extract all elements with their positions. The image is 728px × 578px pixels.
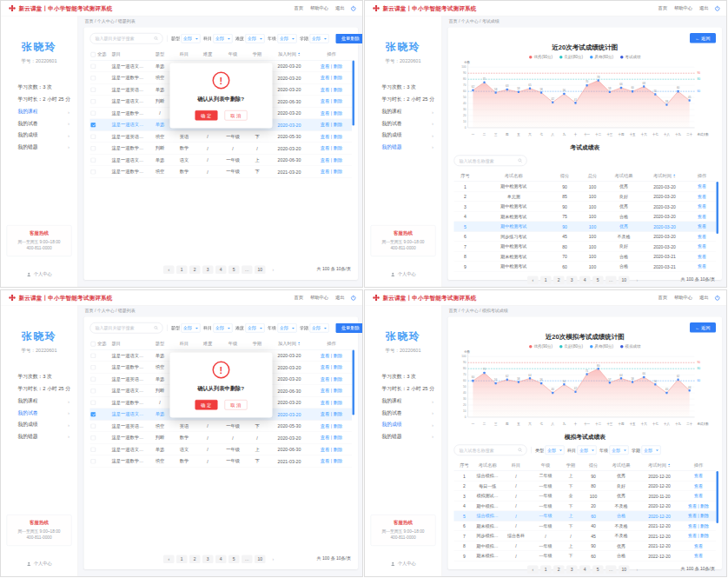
table-row[interactable]: 2 单元测 85 100 良好 2020-03-20 查看 xyxy=(454,192,717,203)
table-row[interactable]: 3 期中检测考试 90 100 优秀 2020-03-20 查看 xyxy=(454,202,717,212)
page-button[interactable]: 2 xyxy=(189,265,201,274)
page-button[interactable]: 5 xyxy=(592,276,604,284)
page-button[interactable]: ‹ xyxy=(163,555,175,563)
sidebar-menu-item[interactable]: 我的成绩› xyxy=(373,130,433,142)
table-row[interactable]: 这是一道英语听力训练题 填空 英语 / 一年级 下 2020-05-30 查看 … xyxy=(90,131,353,143)
row-checkbox[interactable] xyxy=(91,76,96,81)
row-actions[interactable]: 查看 | 删除 xyxy=(311,400,352,406)
page-button[interactable]: 5 xyxy=(592,565,604,574)
page-button[interactable]: 4 xyxy=(215,555,227,563)
row-actions[interactable]: 查看 xyxy=(688,214,716,220)
filter-select[interactable]: 全部 xyxy=(610,446,629,455)
page-button[interactable]: 10 xyxy=(255,555,266,563)
table-row[interactable]: 8 期末检测考试 70 100 合格 2020-03-21 查看 xyxy=(454,252,717,262)
power-icon[interactable] xyxy=(715,295,721,301)
row-actions[interactable]: 查看 | 删除 xyxy=(311,110,352,116)
sidebar-menu-item[interactable]: 我的成绩› xyxy=(9,130,69,142)
table-row[interactable]: 6 同步练习考试 45 100 不及格 2020-03-20 查看 xyxy=(454,232,717,242)
row-actions[interactable]: 查看 | 删除 xyxy=(311,157,352,163)
table-row[interactable]: 7 期中检测考试 80 100 良好 2020-03-20 查看 xyxy=(454,242,717,252)
row-actions[interactable]: 查看 xyxy=(681,483,716,489)
row-actions[interactable]: 查看 xyxy=(681,473,716,479)
nav-link[interactable]: 退出 xyxy=(699,5,709,11)
column-header-sortable[interactable]: 考试时间 xyxy=(638,462,681,468)
back-button[interactable]: ← 返回 xyxy=(690,33,716,43)
sidebar-menu-item[interactable]: 我的错题› xyxy=(373,141,433,153)
row-checkbox[interactable] xyxy=(91,435,96,441)
row-checkbox[interactable] xyxy=(91,389,96,394)
sidebar-menu-item[interactable]: 我的课程› xyxy=(373,395,433,408)
row-checkbox[interactable] xyxy=(91,157,96,163)
row-actions[interactable]: 查看 | 删除 xyxy=(311,134,352,140)
cancel-button[interactable]: 取 消 xyxy=(224,110,247,121)
row-actions[interactable]: 查看 xyxy=(688,194,716,200)
nav-link[interactable]: 帮助中心 xyxy=(310,295,328,301)
page-size-select[interactable]: 10条/页 xyxy=(700,567,715,572)
page-button[interactable]: 2 xyxy=(189,555,201,563)
sidebar-menu-item[interactable]: 我的成绩› xyxy=(9,419,69,431)
select-all-checkbox[interactable] xyxy=(91,52,96,57)
batch-delete-button[interactable]: 批量删除 xyxy=(336,34,364,44)
row-checkbox[interactable] xyxy=(91,99,96,104)
search-input[interactable] xyxy=(90,322,163,334)
nav-link[interactable]: 首页 xyxy=(659,5,668,11)
row-actions[interactable]: 查看 | 删除 xyxy=(311,423,352,429)
page-button[interactable]: 3 xyxy=(566,276,578,284)
row-checkbox[interactable] xyxy=(91,365,96,370)
table-row[interactable]: 这是一道数学竖式计算题 填空 数学 / 一年级 下 2021-03-20 查看 … xyxy=(90,166,353,178)
table-row[interactable]: 9 期末模拟考试 / 一年级 下 60 合格 2022-12-20 查看 xyxy=(454,551,717,561)
table-row[interactable]: 这是一道语文写作训练题 单选 语文 / 一年级 上 2020-06-30 查看 … xyxy=(90,444,353,456)
nav-link[interactable]: 首页 xyxy=(659,295,668,301)
nav-link[interactable]: 退出 xyxy=(335,295,345,301)
row-actions[interactable]: 查看 | 删除 xyxy=(311,169,352,175)
column-header-sortable[interactable]: 加入时间 xyxy=(268,51,311,57)
page-button[interactable]: 3 xyxy=(202,555,214,563)
page-button[interactable]: 5 xyxy=(228,265,240,274)
scrollbar[interactable] xyxy=(717,182,719,234)
table-row[interactable]: 1 综合模拟考试 / 二年级 上 90 优秀 2020-12-20 查看 xyxy=(454,471,717,482)
page-button[interactable]: ‹ xyxy=(163,265,175,274)
filter-select[interactable]: 全部 xyxy=(246,323,265,333)
table-row[interactable]: 这是一道数学应用解答题 判断 数学 / / / 2020-03-20 查看 | … xyxy=(90,432,353,444)
table-row[interactable]: 这是一道语文写作训练题 单选 语文 / 一年级 上 2020-06-30 查看 … xyxy=(90,155,353,167)
row-actions[interactable]: 查看 | 删除 xyxy=(311,376,352,382)
nav-link[interactable]: 帮助中心 xyxy=(674,295,692,301)
scrollbar[interactable] xyxy=(717,471,719,523)
row-actions[interactable]: 查看 | 删除 xyxy=(681,503,716,509)
nav-link[interactable]: 帮助中心 xyxy=(674,5,692,11)
row-checkbox[interactable] xyxy=(91,87,96,92)
page-button[interactable]: 1 xyxy=(540,276,552,284)
filter-select[interactable]: 全部 xyxy=(310,34,329,43)
table-row[interactable]: 1 期中检测考试 90 100 优秀 2020-03-20 查看 xyxy=(454,182,717,192)
filter-select[interactable]: 全部 xyxy=(214,323,233,333)
page-button[interactable]: … xyxy=(606,276,617,284)
row-actions[interactable]: 查看 xyxy=(688,254,716,260)
search-input[interactable] xyxy=(90,33,163,44)
row-actions[interactable]: 查看 | 删除 xyxy=(311,122,352,128)
row-checkbox[interactable] xyxy=(91,134,96,139)
row-checkbox[interactable] xyxy=(91,412,96,417)
row-checkbox[interactable] xyxy=(91,423,96,429)
row-actions[interactable]: 查看 | 删除 xyxy=(311,447,352,453)
row-checkbox[interactable] xyxy=(91,447,96,452)
table-row[interactable]: 这是一道数学应用解答题 判断 数学 / / / 2020-03-20 查看 | … xyxy=(90,143,353,155)
row-actions[interactable]: 查看 xyxy=(688,234,716,240)
search-input[interactable] xyxy=(454,156,527,167)
page-button[interactable]: 10 xyxy=(255,265,266,274)
row-checkbox[interactable] xyxy=(91,169,96,175)
scrollbar[interactable] xyxy=(353,350,355,415)
sidebar-menu-item[interactable]: 我的错题› xyxy=(373,430,433,442)
sidebar-menu-item[interactable]: 我的错题› xyxy=(9,430,69,442)
profile-link[interactable]: 个人中心 xyxy=(1,271,77,277)
row-actions[interactable]: 查看 | 删除 xyxy=(311,87,352,93)
profile-link[interactable]: 个人中心 xyxy=(365,561,441,567)
filter-select[interactable]: 全部 xyxy=(642,446,661,455)
row-actions[interactable]: 查看 | 删除 xyxy=(311,63,352,70)
power-icon[interactable] xyxy=(351,5,357,11)
table-row[interactable]: 这是一道英语听力训练题 填空 英语 / 一年级 下 2020-05-30 查看 … xyxy=(90,421,353,433)
row-checkbox[interactable] xyxy=(91,123,96,128)
row-checkbox[interactable] xyxy=(91,459,96,464)
filter-select[interactable]: 全部 xyxy=(278,323,297,333)
page-button[interactable]: 2 xyxy=(553,276,565,284)
sidebar-menu-item[interactable]: 我的课程› xyxy=(373,106,433,118)
